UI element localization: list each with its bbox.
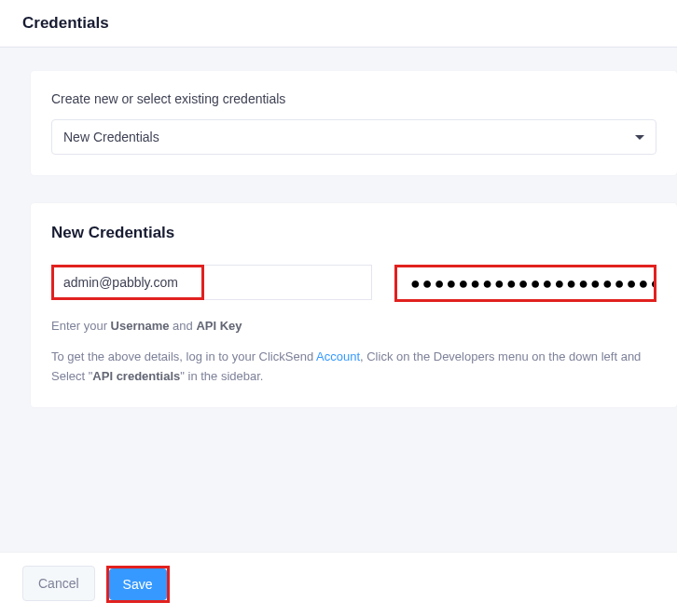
credentials-dropdown[interactable]: New Credentials: [51, 119, 656, 155]
username-field-group: admin@pabbly.com: [51, 265, 372, 300]
content-area: Create new or select existing credential…: [0, 48, 677, 407]
username-input[interactable]: admin@pabbly.com: [51, 265, 204, 300]
new-credentials-card: New Credentials admin@pabbly.com ●●●●●●●…: [31, 203, 677, 407]
footer-actions: Cancel Save: [0, 552, 677, 616]
dropdown-selected-text: New Credentials: [63, 130, 159, 144]
save-button[interactable]: Save: [109, 568, 167, 600]
cancel-button[interactable]: Cancel: [22, 566, 95, 601]
help-text: Enter your Username and API Key: [51, 319, 656, 333]
save-button-highlight: Save: [106, 566, 170, 603]
credentials-input-row: admin@pabbly.com ●●●●●●●●●●●●●●●●●●●●●●●…: [51, 265, 656, 302]
page-title: Credentials: [22, 14, 655, 33]
username-input-extension[interactable]: [204, 265, 372, 300]
apikey-input[interactable]: ●●●●●●●●●●●●●●●●●●●●●●●●●●●●●●●●: [394, 265, 656, 302]
info-text: To get the above details, log in to your…: [51, 348, 656, 387]
form-title: New Credentials: [51, 224, 656, 242]
apikey-masked-value: ●●●●●●●●●●●●●●●●●●●●●●●●●●●●●●●●: [410, 275, 656, 292]
credentials-selector-card: Create new or select existing credential…: [31, 71, 677, 175]
account-link[interactable]: Account: [316, 349, 360, 363]
selector-label: Create new or select existing credential…: [51, 91, 656, 106]
chevron-down-icon: [635, 135, 644, 140]
page-header: Credentials: [0, 0, 677, 48]
